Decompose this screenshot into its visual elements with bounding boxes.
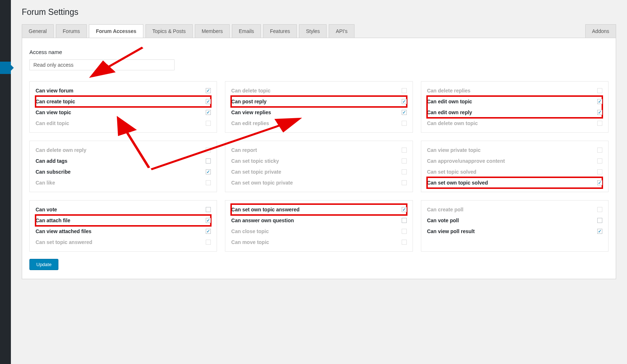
permission-card: Can view private topicCan approve/unappr… (421, 141, 608, 192)
permission-row: Can like (36, 177, 211, 188)
permission-row: Can answer own question (231, 215, 406, 226)
permissions-grid: Can view forumCan create topicCan view t… (29, 81, 608, 252)
permission-row: Can vote (36, 204, 211, 215)
permission-checkbox[interactable] (402, 110, 407, 115)
permission-checkbox[interactable] (402, 207, 407, 212)
permission-checkbox[interactable] (597, 229, 602, 234)
tabs-left: General Forums Forum Accesses Topics & P… (22, 24, 355, 38)
permission-row: Can approve/unapprove content (427, 156, 602, 166)
permission-row: Can view attached files (36, 226, 211, 237)
permission-checkbox (402, 88, 407, 93)
tab-emails[interactable]: Emails (232, 24, 261, 38)
content-panel: Access name Can view forumCan create top… (22, 38, 616, 279)
permission-checkbox (597, 148, 602, 153)
tab-forum-accesses[interactable]: Forum Accesses (89, 24, 143, 38)
update-button[interactable]: Update (29, 259, 58, 270)
permission-checkbox (597, 169, 602, 174)
tab-styles[interactable]: Styles (299, 24, 327, 38)
permission-label: Can approve/unapprove content (427, 158, 505, 164)
permission-label: Can report (231, 147, 257, 153)
permission-label: Can vote poll (427, 218, 459, 223)
highlight-box: Can attach file (36, 215, 211, 226)
highlight-box: Can set own topic answered (231, 204, 406, 215)
permission-label: Can delete replies (427, 88, 471, 94)
permission-row: Can post reply (231, 96, 406, 107)
permission-row: Can set topic private (231, 166, 406, 177)
permission-checkbox (597, 158, 602, 164)
permission-label: Can edit own reply (427, 109, 472, 115)
permission-checkbox[interactable] (402, 99, 407, 104)
permission-checkbox (402, 158, 407, 164)
permission-card: Can reportCan set topic stickyCan set to… (225, 141, 413, 192)
permission-checkbox[interactable] (597, 180, 602, 185)
permission-label: Can attach file (36, 218, 70, 223)
permission-row: Can set topic solved (427, 166, 602, 177)
permission-checkbox[interactable] (597, 99, 602, 104)
permission-label: Can vote (36, 207, 57, 212)
permission-label: Can delete topic (231, 88, 270, 94)
permission-label: Can set own topic solved (427, 180, 488, 186)
permission-checkbox (402, 121, 407, 126)
permission-checkbox (402, 169, 407, 174)
permission-checkbox (402, 229, 407, 234)
permission-checkbox (206, 148, 211, 153)
permission-checkbox[interactable] (206, 218, 211, 223)
permission-label: Can view topic (36, 109, 71, 115)
tab-forums[interactable]: Forums (56, 24, 87, 38)
tab-topics-posts[interactable]: Topics & Posts (146, 24, 193, 38)
permission-checkbox[interactable] (597, 218, 602, 223)
wp-admin-sidebar (0, 0, 11, 286)
permission-row: Can delete topic (231, 85, 406, 96)
permission-row: Can view poll result (427, 226, 602, 237)
permission-row: Can view replies (231, 107, 406, 118)
permission-checkbox (402, 240, 407, 245)
permission-card: Can view forumCan create topicCan view t… (29, 81, 217, 133)
permission-checkbox[interactable] (206, 99, 211, 104)
highlight-box: Can create topic (36, 96, 211, 107)
permission-checkbox[interactable] (597, 110, 602, 115)
permission-row: Can move topic (231, 237, 406, 248)
permission-label: Can delete own reply (36, 147, 86, 153)
permission-checkbox (597, 207, 602, 212)
tab-members[interactable]: Members (195, 24, 230, 38)
permission-label: Can set topic answered (36, 239, 92, 245)
permission-label: Can set own topic answered (231, 207, 299, 212)
permission-card: Can voteCan attach fileCan view attached… (29, 200, 217, 252)
permission-label: Can view attached files (36, 228, 91, 234)
permission-checkbox (206, 180, 211, 185)
tab-addons[interactable]: Addons (585, 24, 616, 38)
permission-checkbox[interactable] (402, 218, 407, 223)
permission-card: Can delete own replyCan add tagsCan subs… (29, 141, 217, 192)
permission-checkbox[interactable] (206, 88, 211, 93)
permission-checkbox (597, 121, 602, 126)
permission-row: Can edit own topic (427, 96, 602, 107)
permission-checkbox[interactable] (206, 110, 211, 115)
page-title: Forum Settings (22, 7, 616, 17)
permission-row: Can set topic answered (36, 237, 211, 248)
access-name-input[interactable] (29, 59, 175, 70)
permission-checkbox[interactable] (206, 229, 211, 234)
permission-label: Can create poll (427, 207, 463, 212)
tab-apis[interactable]: API's (329, 24, 354, 38)
permission-label: Can view forum (36, 88, 73, 94)
permission-label: Can move topic (231, 239, 269, 245)
permission-label: Can edit replies (231, 120, 269, 126)
permission-label: Can answer own question (231, 218, 294, 223)
permission-checkbox[interactable] (206, 169, 211, 174)
permission-checkbox[interactable] (206, 207, 211, 212)
tab-features[interactable]: Features (263, 24, 297, 38)
permission-checkbox[interactable] (206, 158, 211, 164)
access-name-label: Access name (29, 49, 608, 55)
permission-row: Can create topic (36, 96, 211, 107)
permission-row: Can set own topic answered (231, 204, 406, 215)
permission-row: Can attach file (36, 215, 211, 226)
permission-label: Can add tags (36, 158, 67, 164)
permission-label: Can post reply (231, 99, 266, 104)
tab-general[interactable]: General (22, 24, 54, 38)
permission-label: Can view private topic (427, 147, 481, 153)
permission-row: Can view private topic (427, 145, 602, 156)
permission-row: Can edit topic (36, 118, 211, 129)
permission-row: Can report (231, 145, 406, 156)
highlight-box: Can edit own topicCan edit own reply (427, 96, 602, 118)
permission-label: Can edit topic (36, 120, 69, 126)
